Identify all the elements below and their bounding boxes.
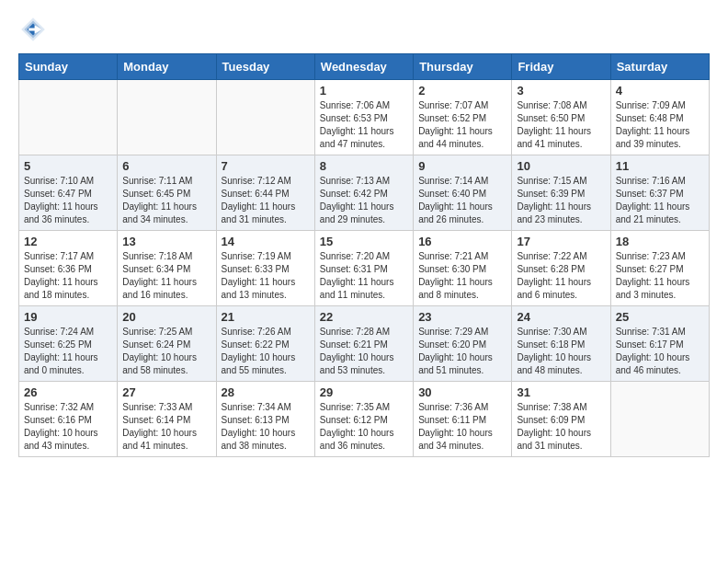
day-info: Sunrise: 7:18 AM Sunset: 6:34 PM Dayligh…	[122, 250, 210, 302]
day-number: 8	[320, 159, 408, 173]
calendar-cell: 20Sunrise: 7:25 AM Sunset: 6:24 PM Dayli…	[118, 306, 216, 382]
day-info: Sunrise: 7:36 AM Sunset: 6:11 PM Dayligh…	[418, 401, 506, 453]
day-number: 22	[320, 310, 408, 324]
calendar-cell: 8Sunrise: 7:13 AM Sunset: 6:42 PM Daylig…	[314, 155, 413, 231]
day-header-sunday: Sunday	[19, 54, 118, 80]
calendar-cell: 19Sunrise: 7:24 AM Sunset: 6:25 PM Dayli…	[19, 306, 118, 382]
day-info: Sunrise: 7:20 AM Sunset: 6:31 PM Dayligh…	[320, 250, 408, 302]
day-info: Sunrise: 7:07 AM Sunset: 6:52 PM Dayligh…	[418, 99, 506, 151]
day-number: 27	[122, 385, 210, 399]
calendar-table: SundayMondayTuesdayWednesdayThursdayFrid…	[18, 53, 710, 457]
day-info: Sunrise: 7:34 AM Sunset: 6:13 PM Dayligh…	[222, 401, 310, 453]
day-number: 31	[517, 385, 605, 399]
calendar-cell: 30Sunrise: 7:36 AM Sunset: 6:11 PM Dayli…	[414, 382, 512, 457]
day-info: Sunrise: 7:29 AM Sunset: 6:20 PM Dayligh…	[418, 326, 506, 377]
calendar-cell: 5Sunrise: 7:10 AM Sunset: 6:47 PM Daylig…	[19, 155, 118, 231]
day-info: Sunrise: 7:15 AM Sunset: 6:39 PM Dayligh…	[517, 175, 605, 226]
day-number: 19	[24, 310, 112, 324]
calendar-cell: 7Sunrise: 7:12 AM Sunset: 6:44 PM Daylig…	[216, 155, 314, 231]
day-header-monday: Monday	[118, 54, 216, 80]
day-number: 21	[222, 310, 310, 324]
calendar-cell: 15Sunrise: 7:20 AM Sunset: 6:31 PM Dayli…	[314, 231, 413, 306]
calendar-cell: 11Sunrise: 7:16 AM Sunset: 6:37 PM Dayli…	[610, 155, 709, 231]
calendar-cell: 23Sunrise: 7:29 AM Sunset: 6:20 PM Dayli…	[414, 306, 512, 382]
calendar-cell: 12Sunrise: 7:17 AM Sunset: 6:36 PM Dayli…	[19, 231, 118, 306]
logo-icon	[18, 15, 48, 44]
logo	[18, 15, 51, 44]
header-row: SundayMondayTuesdayWednesdayThursdayFrid…	[19, 54, 710, 80]
day-info: Sunrise: 7:23 AM Sunset: 6:27 PM Dayligh…	[616, 250, 704, 302]
calendar-cell: 28Sunrise: 7:34 AM Sunset: 6:13 PM Dayli…	[216, 382, 314, 457]
day-info: Sunrise: 7:24 AM Sunset: 6:25 PM Dayligh…	[24, 326, 112, 377]
calendar-cell: 10Sunrise: 7:15 AM Sunset: 6:39 PM Dayli…	[512, 155, 610, 231]
day-info: Sunrise: 7:25 AM Sunset: 6:24 PM Dayligh…	[122, 326, 210, 377]
day-info: Sunrise: 7:14 AM Sunset: 6:40 PM Dayligh…	[418, 175, 506, 226]
calendar-cell: 18Sunrise: 7:23 AM Sunset: 6:27 PM Dayli…	[610, 231, 709, 306]
week-row-5: 26Sunrise: 7:32 AM Sunset: 6:16 PM Dayli…	[19, 382, 710, 457]
day-number: 5	[24, 159, 112, 173]
day-info: Sunrise: 7:22 AM Sunset: 6:28 PM Dayligh…	[517, 250, 605, 302]
day-info: Sunrise: 7:10 AM Sunset: 6:47 PM Dayligh…	[24, 175, 112, 226]
day-header-saturday: Saturday	[610, 54, 709, 80]
calendar-cell: 22Sunrise: 7:28 AM Sunset: 6:21 PM Dayli…	[314, 306, 413, 382]
day-info: Sunrise: 7:12 AM Sunset: 6:44 PM Dayligh…	[222, 175, 310, 226]
day-number: 25	[616, 310, 704, 324]
day-header-thursday: Thursday	[414, 54, 512, 80]
day-number: 6	[122, 159, 210, 173]
page-header	[18, 15, 710, 44]
calendar-cell: 14Sunrise: 7:19 AM Sunset: 6:33 PM Dayli…	[216, 231, 314, 306]
week-row-4: 19Sunrise: 7:24 AM Sunset: 6:25 PM Dayli…	[19, 306, 710, 382]
day-info: Sunrise: 7:09 AM Sunset: 6:48 PM Dayligh…	[616, 99, 704, 151]
day-number: 2	[418, 84, 506, 98]
day-info: Sunrise: 7:19 AM Sunset: 6:33 PM Dayligh…	[222, 250, 310, 302]
calendar-cell	[19, 80, 118, 155]
calendar-cell: 26Sunrise: 7:32 AM Sunset: 6:16 PM Dayli…	[19, 382, 118, 457]
week-row-2: 5Sunrise: 7:10 AM Sunset: 6:47 PM Daylig…	[19, 155, 710, 231]
day-info: Sunrise: 7:06 AM Sunset: 6:53 PM Dayligh…	[320, 99, 408, 151]
day-info: Sunrise: 7:32 AM Sunset: 6:16 PM Dayligh…	[24, 401, 112, 453]
day-number: 7	[222, 159, 310, 173]
calendar-cell: 29Sunrise: 7:35 AM Sunset: 6:12 PM Dayli…	[314, 382, 413, 457]
day-number: 13	[122, 235, 210, 248]
day-info: Sunrise: 7:38 AM Sunset: 6:09 PM Dayligh…	[517, 401, 605, 453]
calendar-cell: 24Sunrise: 7:30 AM Sunset: 6:18 PM Dayli…	[512, 306, 610, 382]
day-number: 10	[517, 159, 605, 173]
day-info: Sunrise: 7:16 AM Sunset: 6:37 PM Dayligh…	[616, 175, 704, 226]
day-info: Sunrise: 7:26 AM Sunset: 6:22 PM Dayligh…	[222, 326, 310, 377]
calendar-cell: 16Sunrise: 7:21 AM Sunset: 6:30 PM Dayli…	[414, 231, 512, 306]
day-number: 3	[517, 84, 605, 98]
day-info: Sunrise: 7:13 AM Sunset: 6:42 PM Dayligh…	[320, 175, 408, 226]
calendar-cell: 4Sunrise: 7:09 AM Sunset: 6:48 PM Daylig…	[610, 80, 709, 155]
day-number: 30	[418, 385, 506, 399]
week-row-1: 1Sunrise: 7:06 AM Sunset: 6:53 PM Daylig…	[19, 80, 710, 155]
day-info: Sunrise: 7:30 AM Sunset: 6:18 PM Dayligh…	[517, 326, 605, 377]
day-number: 12	[24, 235, 112, 248]
day-header-tuesday: Tuesday	[216, 54, 314, 80]
calendar-cell: 21Sunrise: 7:26 AM Sunset: 6:22 PM Dayli…	[216, 306, 314, 382]
day-number: 28	[222, 385, 310, 399]
day-number: 26	[24, 385, 112, 399]
calendar-cell: 17Sunrise: 7:22 AM Sunset: 6:28 PM Dayli…	[512, 231, 610, 306]
calendar-cell	[118, 80, 216, 155]
day-number: 24	[517, 310, 605, 324]
day-number: 4	[616, 84, 704, 98]
calendar-cell: 31Sunrise: 7:38 AM Sunset: 6:09 PM Dayli…	[512, 382, 610, 457]
calendar-cell: 13Sunrise: 7:18 AM Sunset: 6:34 PM Dayli…	[118, 231, 216, 306]
day-number: 23	[418, 310, 506, 324]
day-info: Sunrise: 7:08 AM Sunset: 6:50 PM Dayligh…	[517, 99, 605, 151]
day-info: Sunrise: 7:21 AM Sunset: 6:30 PM Dayligh…	[418, 250, 506, 302]
day-header-friday: Friday	[512, 54, 610, 80]
calendar-cell: 6Sunrise: 7:11 AM Sunset: 6:45 PM Daylig…	[118, 155, 216, 231]
day-info: Sunrise: 7:35 AM Sunset: 6:12 PM Dayligh…	[320, 401, 408, 453]
calendar-cell: 1Sunrise: 7:06 AM Sunset: 6:53 PM Daylig…	[314, 80, 413, 155]
calendar-cell	[216, 80, 314, 155]
week-row-3: 12Sunrise: 7:17 AM Sunset: 6:36 PM Dayli…	[19, 231, 710, 306]
calendar-cell: 27Sunrise: 7:33 AM Sunset: 6:14 PM Dayli…	[118, 382, 216, 457]
calendar-cell: 2Sunrise: 7:07 AM Sunset: 6:52 PM Daylig…	[414, 80, 512, 155]
day-header-wednesday: Wednesday	[314, 54, 413, 80]
day-info: Sunrise: 7:11 AM Sunset: 6:45 PM Dayligh…	[122, 175, 210, 226]
day-number: 18	[616, 235, 704, 248]
day-number: 16	[418, 235, 506, 248]
day-number: 15	[320, 235, 408, 248]
calendar-cell: 3Sunrise: 7:08 AM Sunset: 6:50 PM Daylig…	[512, 80, 610, 155]
